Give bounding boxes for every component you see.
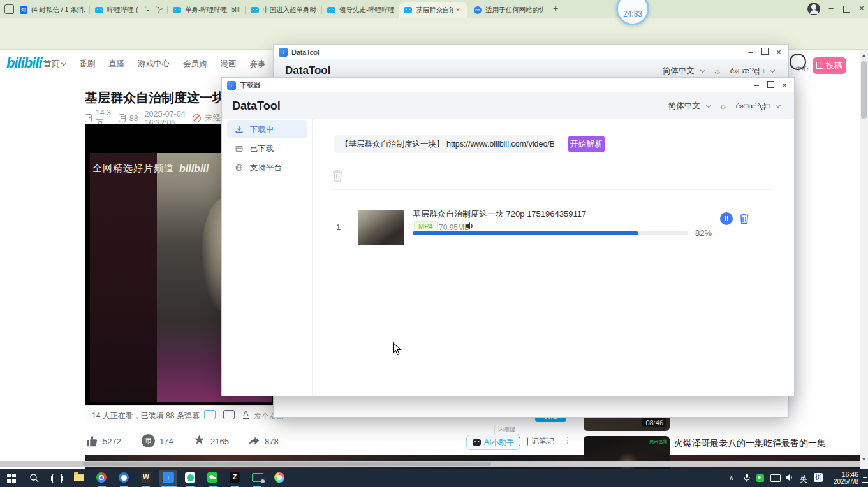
tab-separator	[245, 6, 246, 14]
downloader-content: 【基层群众自治制度这一块】 https://www.bilibili.com/v…	[313, 119, 795, 396]
coin-icon[interactable]: 币	[142, 434, 155, 447]
nav-esports[interactable]: 赛事	[250, 59, 266, 69]
tab-lingdao[interactable]: 领导先走-哔哩哔哩_b	[323, 2, 398, 18]
network-icon[interactable]	[770, 474, 781, 482]
nav-home[interactable]: 首页	[43, 59, 66, 69]
bilibili-favicon	[95, 7, 103, 13]
video-url-input[interactable]: 【基层群众自治制度这一块】 https://www.bilibili.com/v…	[334, 135, 554, 153]
more-actions-icon[interactable]: ⋮	[563, 435, 572, 445]
horizontal-scrollbar[interactable]	[0, 461, 860, 467]
item-progress-fill	[413, 231, 638, 235]
window-minimize-button[interactable]: –	[749, 79, 763, 92]
like-icon[interactable]	[85, 434, 99, 448]
datatool-titlebar[interactable]: DataTool – ×	[274, 45, 788, 59]
danmaku-settings-icon[interactable]	[223, 410, 235, 419]
tab-shortcut-ext[interactable]: DT 适用于任何网站的快	[469, 2, 547, 18]
browser-profile-avatar[interactable]	[807, 3, 820, 15]
window-minimize-button[interactable]: –	[744, 46, 758, 59]
ai-assistant-button[interactable]: AI小助手	[466, 435, 520, 450]
start-button[interactable]	[7, 474, 16, 483]
language-selector[interactable]: 简体中文	[663, 66, 705, 76]
note-button[interactable]: 记笔记	[519, 436, 554, 447]
theme-toggle-icon[interactable]: ☼	[714, 66, 721, 76]
ai-assistant-tv-icon	[473, 439, 481, 446]
danmaku-switch-icon[interactable]	[204, 410, 216, 419]
nav-bangumi[interactable]: 番剧	[79, 59, 95, 69]
tray-language-indicator[interactable]: 英	[800, 474, 807, 484]
screen: 知 (4 封私信 / 1 条消息) 哔哩哔哩 ( ゜- ゜)つロ 单身-哔哩哔哩…	[0, 0, 868, 487]
coin-count: 174	[159, 437, 173, 446]
tab-title: 单身-哔哩哔哩_bilibili	[185, 6, 240, 15]
horizontal-scrollbar-thumb[interactable]	[83, 462, 491, 466]
new-tab-button[interactable]: +	[550, 3, 561, 15]
tab-zhongguo[interactable]: 中国进入超单身时代_	[246, 2, 321, 18]
browser-minimize-button[interactable]: –	[824, 2, 838, 15]
window-maximize-button[interactable]	[763, 79, 777, 92]
screen-share-icon[interactable]	[252, 473, 263, 482]
language-selector[interactable]: 简体中文	[668, 101, 710, 112]
downloader-app-icon	[227, 81, 236, 90]
download-item-row: 1 基层群众自治制度这一块 720p 1751964359117 MP4 70.…	[313, 196, 795, 253]
browser-360-icon[interactable]	[119, 472, 129, 483]
search-icon[interactable]	[29, 473, 40, 483]
vertical-scrollbar-thumb[interactable]	[861, 61, 867, 119]
list-divider	[330, 189, 774, 190]
nav-live[interactable]: 直播	[108, 59, 124, 69]
window-close-button[interactable]: ×	[772, 46, 786, 59]
browser-close-button[interactable]: ×	[855, 2, 868, 15]
scroll-up-arrow[interactable]: ▲	[860, 52, 868, 58]
downloader-titlebar[interactable]: 下载器 – ×	[222, 78, 794, 92]
audio-icon[interactable]	[465, 222, 474, 230]
tab-active-jiceng[interactable]: 基层群众自治制度 ×	[399, 2, 467, 18]
profile-menu[interactable]: é»□æ´²ç¦□	[730, 67, 774, 75]
bilibili-favicon	[251, 7, 259, 13]
datatool-brand: DataTool	[285, 64, 330, 77]
delete-item-button[interactable]	[739, 212, 750, 225]
tray-expand-icon[interactable]: ∧	[729, 474, 733, 481]
active-app-highlight[interactable]: ↓	[159, 470, 177, 486]
upload-button[interactable]: ↑ 投稿	[813, 57, 846, 74]
bilibili-logo[interactable]: bilibili	[6, 55, 42, 71]
chrome-icon[interactable]	[96, 472, 107, 483]
nav-vip-shop[interactable]: 会员购	[183, 59, 207, 69]
task-view-icon[interactable]	[52, 474, 62, 483]
scroll-down-arrow[interactable]: ▼	[860, 456, 868, 462]
tab-bilibili-home[interactable]: 哔哩哔哩 ( ゜- ゜)つロ	[91, 2, 167, 18]
wechat-tray-icon[interactable]	[756, 474, 764, 482]
browser-maximize-button[interactable]	[843, 6, 850, 13]
vertical-scrollbar[interactable]: ▲ ▼	[860, 50, 868, 469]
file-explorer-icon[interactable]	[74, 474, 84, 481]
favorite-star-icon[interactable]: ★	[193, 432, 205, 447]
share-icon[interactable]	[247, 434, 261, 447]
pause-button[interactable]	[720, 212, 733, 225]
related-video-title[interactable]: 火爆泽哥最老八的一集吃得最香的一集	[674, 437, 827, 449]
tab-danshen[interactable]: 单身-哔哩哔哩_bilibili	[168, 2, 245, 18]
bulk-delete-trash-icon[interactable]	[332, 169, 344, 182]
window-maximize-button[interactable]	[758, 46, 772, 59]
app-flower-icon[interactable]	[274, 472, 284, 483]
tab-search-icon[interactable]	[4, 4, 14, 14]
danmaku-style-icon[interactable]: A	[243, 409, 249, 419]
profile-menu[interactable]: é»□æ´²ç¦□	[736, 102, 780, 110]
window-close-button[interactable]: ×	[777, 79, 791, 92]
sidebar-item-downloaded[interactable]: 已下载	[227, 140, 307, 157]
wechat-icon[interactable]	[207, 472, 217, 483]
tray-ime-icon[interactable]: 拼	[814, 473, 823, 482]
volume-icon[interactable]	[785, 474, 793, 481]
sidebar-item-downloading[interactable]: 下载中	[227, 120, 307, 138]
tab-close-icon[interactable]: ×	[453, 6, 462, 15]
capcut-icon[interactable]: Z	[230, 472, 240, 483]
action-center-icon[interactable]	[862, 474, 868, 483]
nav-game-center[interactable]: 游戏中心	[138, 59, 170, 69]
sidebar-item-supported-platforms[interactable]: 支持平台	[227, 159, 307, 177]
wps-icon[interactable]: W	[141, 472, 151, 483]
nav-manga[interactable]: 漫画	[221, 59, 237, 69]
theme-toggle-icon[interactable]: ☼	[719, 101, 727, 111]
tab-zhihu[interactable]: 知 (4 封私信 / 1 条消息)	[15, 2, 89, 18]
browser-tab-strip: 知 (4 封私信 / 1 条消息) 哔哩哔哩 ( ゜- ゜)つロ 单身-哔哩哔哩…	[0, 0, 868, 18]
app-teal-icon[interactable]	[185, 472, 195, 483]
parse-button[interactable]: 开始解析	[568, 136, 605, 152]
bilibili-favicon	[173, 7, 181, 13]
tray-clock[interactable]: 16:46 2025/7/8	[829, 470, 858, 485]
microphone-icon[interactable]	[743, 473, 751, 483]
